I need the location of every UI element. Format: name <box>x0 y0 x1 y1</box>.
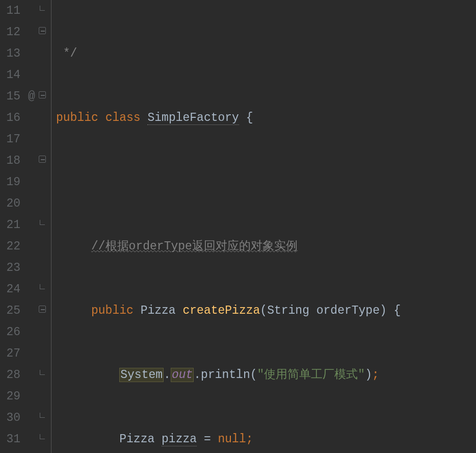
line-number: 29 <box>0 386 20 407</box>
keyword-class: class <box>105 111 141 124</box>
line-number: 15 <box>0 86 20 107</box>
line-number: 31 <box>0 429 20 450</box>
line-number: 28 <box>0 364 20 386</box>
fold-toggle-icon[interactable] <box>39 86 51 107</box>
line-number: 24 <box>0 279 20 300</box>
fold-end-icon[interactable] <box>39 364 51 386</box>
line-number: 16 <box>0 107 20 129</box>
semicolon: ; <box>246 433 253 446</box>
override-annotation-icon[interactable]: @ <box>24 86 39 107</box>
line-numbers-column: 11 12 13 14 15 16 17 18 19 20 21 22 23 2… <box>0 0 24 453</box>
dot: . <box>164 368 171 382</box>
paren-close: ) <box>380 304 387 317</box>
line-number: 30 <box>0 407 20 429</box>
semicolon: ; <box>372 368 379 382</box>
paren-close: ) <box>365 368 372 382</box>
code-line[interactable] <box>56 171 476 193</box>
fold-end-icon[interactable] <box>39 407 51 429</box>
fold-toggle-icon[interactable] <box>39 21 51 43</box>
code-line[interactable]: Pizza pizza = null; <box>56 429 476 450</box>
paren-open: ( <box>250 368 257 382</box>
method-call: println <box>201 368 250 382</box>
brace: { <box>387 304 401 317</box>
fold-end-icon[interactable] <box>39 429 51 450</box>
string-literal: "使用简单工厂模式" <box>257 368 365 382</box>
paren-open: ( <box>260 304 267 317</box>
line-number: 13 <box>0 43 20 64</box>
line-number: 27 <box>0 343 20 364</box>
keyword-public: public <box>56 111 98 124</box>
dot: . <box>194 368 201 382</box>
line-number: 11 <box>0 0 20 21</box>
system-class: System <box>119 368 164 382</box>
line-number: 26 <box>0 321 20 343</box>
line-number: 23 <box>0 257 20 279</box>
code-line[interactable]: public Pizza createPizza(String orderTyp… <box>56 300 476 321</box>
fold-toggle-icon[interactable] <box>39 300 51 321</box>
gutter: 11 12 13 14 15 16 17 18 19 20 21 22 23 2… <box>0 0 51 453</box>
line-number: 32 <box>0 450 20 453</box>
code-line[interactable]: public class SimpleFactory { <box>56 107 476 129</box>
line-number: 22 <box>0 236 20 257</box>
line-number: 14 <box>0 64 20 86</box>
field-out: out <box>171 368 194 382</box>
code-line[interactable]: System.out.println("使用简单工厂模式"); <box>56 364 476 386</box>
comment-end: */ <box>56 47 77 60</box>
class-name: SimpleFactory <box>147 111 239 125</box>
return-type: Pizza <box>141 304 176 317</box>
code-area[interactable]: */ public class SimpleFactory { //根据orde… <box>51 0 476 453</box>
annotations-column: @ <box>24 0 39 453</box>
fold-end-icon[interactable] <box>39 0 51 21</box>
line-number: 21 <box>0 214 20 236</box>
brace: { <box>239 111 253 124</box>
keyword-public: public <box>91 304 134 317</box>
line-number: 17 <box>0 129 20 150</box>
fold-column <box>39 0 51 453</box>
line-number: 19 <box>0 171 20 193</box>
fold-end-icon[interactable] <box>39 214 51 236</box>
line-number: 18 <box>0 150 20 171</box>
code-editor[interactable]: 11 12 13 14 15 16 17 18 19 20 21 22 23 2… <box>0 0 476 453</box>
keyword-null: null <box>218 433 246 446</box>
code-line[interactable]: //根据orderType返回对应的对象实例 <box>56 236 476 257</box>
param-name: orderType <box>309 304 380 317</box>
variable: pizza <box>162 433 197 446</box>
line-number: 12 <box>0 21 20 43</box>
line-number: 25 <box>0 300 20 321</box>
code-line[interactable]: */ <box>56 43 476 64</box>
comment: //根据orderType返回对应的对象实例 <box>91 240 298 253</box>
method-name: createPizza <box>182 304 260 317</box>
fold-end-icon[interactable] <box>39 279 51 300</box>
equals: = <box>197 433 218 446</box>
line-number: 20 <box>0 193 20 214</box>
fold-toggle-icon[interactable] <box>39 150 51 171</box>
type: Pizza <box>119 433 162 446</box>
param-type: String <box>267 304 309 317</box>
